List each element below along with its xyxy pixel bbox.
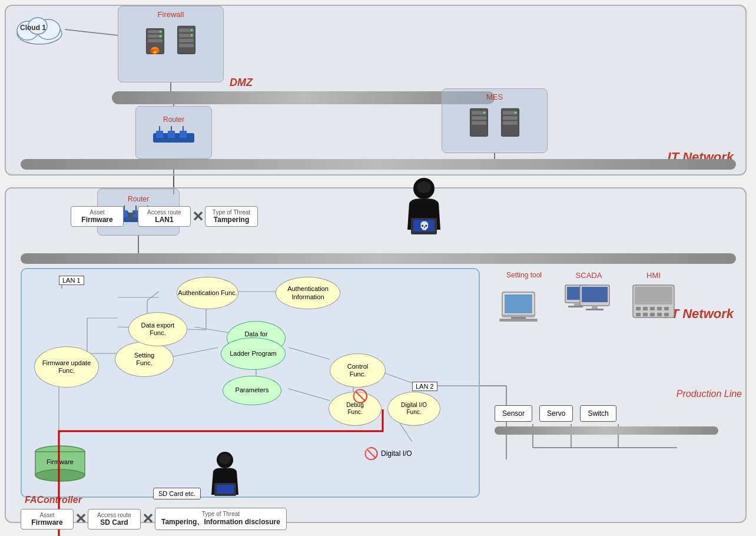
ladder-program-label: Ladder Program <box>230 350 277 358</box>
svg-rect-99 <box>582 287 608 302</box>
lan2-label: LAN 2 <box>412 382 437 391</box>
access-box-bottom: Access route SD Card <box>88 509 141 530</box>
svg-rect-53 <box>156 131 163 138</box>
sdcard-label: SD Card etc. <box>158 490 195 497</box>
threat-box-bottom: Type of Threat Tampering、Information dis… <box>155 508 287 530</box>
sdcard-box: SD Card etc. <box>153 488 201 499</box>
parameters-node: Parameters <box>223 376 281 405</box>
ladder-program-node: Ladder Program <box>221 338 286 370</box>
auth-info-node: Authentication Information <box>276 277 340 309</box>
digital-io-no-symbol: 🚫 <box>364 446 379 461</box>
router-it-label: Router <box>163 115 184 124</box>
svg-point-40 <box>160 35 161 37</box>
servo-box: Servo <box>539 405 573 422</box>
x-marker-1: ✕ <box>125 209 137 225</box>
svg-rect-54 <box>168 131 175 138</box>
scada-icon <box>562 282 615 323</box>
svg-point-50 <box>191 29 193 31</box>
svg-point-51 <box>191 34 193 36</box>
svg-rect-113 <box>664 313 669 316</box>
production-devices: Sensor Servo Switch <box>495 405 742 422</box>
setting-func-label: Setting Func. <box>134 352 154 367</box>
digital-io-label: Digital I/O Func. <box>401 402 427 416</box>
x-marker-4: ✕ <box>142 511 154 527</box>
mes-server1-icon <box>466 106 492 141</box>
asset-box-top: Asset Firmware <box>71 206 124 227</box>
sensor-box: Sensor <box>495 405 532 422</box>
data-export-label: Data export Func. <box>141 322 175 337</box>
svg-rect-112 <box>657 313 662 316</box>
asset-label-top: Asset <box>77 209 117 216</box>
production-bar <box>495 426 718 435</box>
svg-rect-96 <box>574 303 580 306</box>
control-func-node: Control Func. <box>330 353 386 388</box>
svg-rect-100 <box>592 306 598 309</box>
svg-point-39 <box>160 31 161 32</box>
svg-point-88 <box>219 454 231 464</box>
dmz-label: DMZ <box>230 77 253 89</box>
asset-value-top: Firmware <box>77 216 117 224</box>
asset-box-bottom: Asset Firmware <box>21 509 74 530</box>
right-tools-zone: Setting tool SCADA <box>495 271 718 371</box>
svg-rect-107 <box>657 307 662 310</box>
svg-rect-109 <box>636 313 641 316</box>
debug-no-symbol: 🚫 <box>352 389 368 404</box>
svg-rect-106 <box>650 307 655 310</box>
setting-func-node: Setting Func. <box>115 342 174 377</box>
switch-label: Switch <box>588 409 608 418</box>
svg-rect-111 <box>650 313 655 316</box>
lan1-label: LAN 1 <box>59 276 84 285</box>
svg-rect-108 <box>664 307 669 310</box>
hmi-label: HMI <box>646 271 661 280</box>
setting-tool-label: Setting tool <box>506 271 542 279</box>
svg-rect-55 <box>180 131 187 138</box>
access-label-top: Access route <box>144 209 184 216</box>
svg-rect-38 <box>148 39 163 42</box>
it-network-zone: IT Network <box>5 5 747 176</box>
svg-rect-104 <box>636 307 641 310</box>
access-box-top: Access route LAN1 <box>138 206 191 227</box>
threat-value-bottom: Tampering、Information disclosure <box>161 517 280 527</box>
firewall-label: Firewall <box>158 10 184 19</box>
setting-tool-icon <box>499 282 549 323</box>
svg-rect-93 <box>499 319 538 322</box>
mes-server2-icon <box>497 106 523 141</box>
auth-func-label: Authentication Func. <box>178 289 237 297</box>
svg-rect-90 <box>505 295 532 313</box>
firmware-update-node: Firmware update Func. <box>34 346 99 388</box>
svg-rect-49 <box>179 44 194 47</box>
fa-controller-label: FAController <box>25 495 82 505</box>
asset-label-bottom: Asset <box>27 512 67 518</box>
switch-box: Switch <box>580 405 616 422</box>
mes-box: MES <box>442 88 548 153</box>
firmware-update-label: Firmware update Func. <box>42 359 91 375</box>
cloud-label: Cloud 1 <box>20 24 46 32</box>
ot-network-bar <box>21 253 736 264</box>
svg-point-68 <box>515 111 516 113</box>
x-marker-3: ✕ <box>75 511 87 527</box>
production-zone: Production Line Sensor Servo Switch <box>495 389 742 507</box>
cloud-shape: Cloud 1 <box>13 13 66 45</box>
asset-value-bottom: Firmware <box>27 518 67 527</box>
svg-text:💀: 💀 <box>419 221 430 231</box>
top-attack-info: Asset Firmware ✕ Access route LAN1 ✕ Typ… <box>71 206 258 227</box>
svg-point-83 <box>35 469 85 481</box>
threat-label-top: Type of Threat <box>211 209 251 216</box>
svg-point-44 <box>153 51 157 54</box>
router-ot-label: Router <box>128 195 149 203</box>
dmz-bar <box>112 91 495 104</box>
x-marker-2: ✕ <box>192 209 204 225</box>
digital-io-area: 🚫 Digital I/O <box>364 446 412 461</box>
svg-rect-92 <box>511 317 526 319</box>
hmi-box: HMI <box>624 271 683 323</box>
servo-label: Servo <box>547 409 565 418</box>
svg-rect-66 <box>503 116 518 120</box>
svg-rect-101 <box>586 309 604 310</box>
svg-rect-61 <box>472 116 486 120</box>
svg-rect-105 <box>643 307 648 310</box>
digital-io-text: Digital I/O <box>381 449 412 458</box>
setting-tool-box: Setting tool <box>495 271 553 323</box>
threat-label-bottom: Type of Threat <box>161 511 280 517</box>
parameters-label: Parameters <box>236 386 269 394</box>
main-container: IT Network Cloud 1 Firewall <box>0 0 756 536</box>
